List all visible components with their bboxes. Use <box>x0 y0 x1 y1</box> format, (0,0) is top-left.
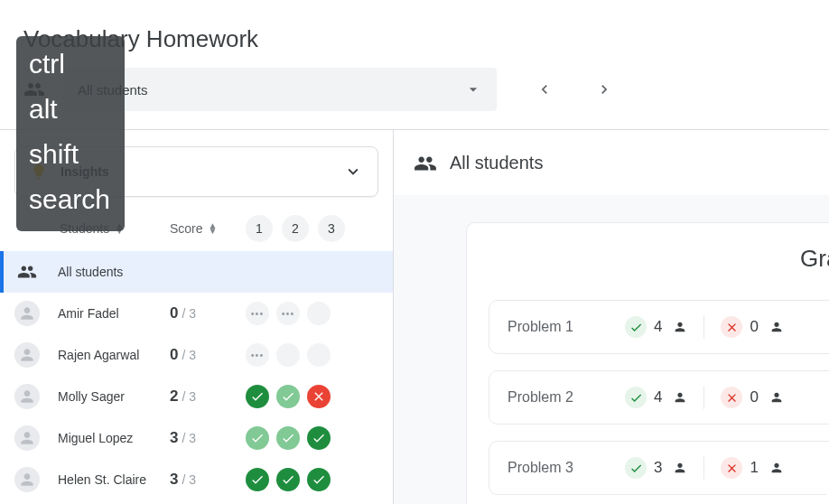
avatar <box>14 342 40 368</box>
cross-icon <box>721 457 742 479</box>
problem-label: Problem 2 <box>508 389 625 406</box>
score-column-header[interactable]: Score ▲▼ <box>170 221 246 236</box>
key-search: search <box>29 177 110 222</box>
score-denominator: / 3 <box>182 431 196 445</box>
right-panel: All students Gram Problem 140Problem 240… <box>394 130 829 504</box>
status-correct-icon <box>246 385 269 408</box>
status-correct-icon <box>307 468 331 491</box>
cross-icon <box>721 316 742 338</box>
score-denominator: / 3 <box>182 306 196 321</box>
score-value: 3 <box>170 429 178 447</box>
summary-card: Gram Problem 140Problem 240Problem 331 <box>466 222 829 504</box>
all-students-row[interactable]: All students <box>0 251 393 293</box>
status-correct-icon <box>276 468 300 491</box>
wrong-count: 0 <box>750 318 758 336</box>
student-filter-dropdown[interactable]: All students <box>63 68 497 111</box>
student-name: Helen St. Claire <box>58 472 170 487</box>
problem-label: Problem 3 <box>508 460 625 476</box>
score-value: 0 <box>170 346 178 364</box>
avatar <box>14 467 40 492</box>
wrong-count: 0 <box>750 388 758 406</box>
status-pending-icon: ••• <box>276 302 300 325</box>
cross-icon <box>721 387 742 408</box>
score-value: 2 <box>170 387 178 406</box>
status-empty-icon <box>276 343 300 367</box>
status-wrong-icon <box>307 385 331 408</box>
keyboard-modifier-overlay: ctrl alt shift search <box>16 36 125 231</box>
status-pending-icon: ••• <box>246 302 269 325</box>
prev-student-button[interactable] <box>528 73 561 106</box>
chevron-down-icon <box>343 162 363 182</box>
wrong-count: 1 <box>750 459 758 477</box>
problem-pill-2[interactable]: 2 <box>282 215 309 242</box>
problem-summary-row[interactable]: Problem 240 <box>489 370 829 425</box>
key-alt: alt <box>29 87 110 132</box>
divider <box>703 386 704 409</box>
student-name: Miguel Lopez <box>58 431 170 445</box>
student-row[interactable]: Helen St. Claire3/ 3 <box>0 459 393 500</box>
score-denominator: / 3 <box>182 348 196 362</box>
student-name: Rajen Agarwal <box>58 348 170 362</box>
student-row[interactable]: Molly Sager2/ 3 <box>0 376 393 417</box>
person-icon <box>673 320 687 334</box>
person-icon <box>673 390 687 405</box>
card-title: Gram <box>489 245 829 273</box>
people-icon <box>14 259 40 285</box>
status-correct-icon <box>276 385 300 408</box>
student-row[interactable]: Rajen Agarwal0/ 3••• <box>0 334 393 376</box>
score-value: 0 <box>170 304 178 322</box>
correct-count: 4 <box>654 388 662 406</box>
right-header-title: All students <box>450 153 543 173</box>
key-ctrl: ctrl <box>29 42 110 87</box>
score-denominator: / 3 <box>182 389 196 404</box>
person-icon <box>673 461 687 475</box>
status-empty-icon <box>307 343 331 367</box>
correct-count: 3 <box>654 459 662 477</box>
problem-pill-1[interactable]: 1 <box>246 215 273 242</box>
people-icon <box>414 152 435 173</box>
problem-label: Problem 1 <box>508 319 625 335</box>
dropdown-caret-icon <box>464 80 482 98</box>
student-row[interactable]: Amir Fadel0/ 3•••••• <box>0 293 393 334</box>
status-correct-icon <box>246 426 269 450</box>
check-icon <box>625 316 647 338</box>
avatar <box>14 384 40 409</box>
status-correct-icon <box>276 426 300 450</box>
problem-pill-3[interactable]: 3 <box>318 215 345 242</box>
status-pending-icon: ••• <box>246 343 269 367</box>
student-name: All students <box>58 265 170 279</box>
avatar <box>14 425 40 451</box>
person-icon <box>769 461 784 475</box>
divider <box>703 456 704 480</box>
person-icon <box>769 320 784 334</box>
person-icon <box>769 390 784 405</box>
divider <box>703 315 704 339</box>
problem-summary-row[interactable]: Problem 140 <box>489 300 829 354</box>
score-value: 3 <box>170 471 178 489</box>
student-name: Molly Sager <box>58 389 170 404</box>
status-correct-icon <box>246 468 269 491</box>
correct-count: 4 <box>654 318 662 336</box>
student-row[interactable]: Miguel Lopez3/ 3 <box>0 417 393 459</box>
next-student-button[interactable] <box>588 73 620 106</box>
check-icon <box>625 457 647 479</box>
problem-summary-row[interactable]: Problem 331 <box>489 441 829 495</box>
score-denominator: / 3 <box>182 472 196 487</box>
sort-icon: ▲▼ <box>209 223 218 234</box>
key-shift: shift <box>29 132 110 177</box>
avatar <box>14 301 40 326</box>
status-empty-icon <box>307 302 331 325</box>
status-correct-icon <box>307 426 331 450</box>
check-icon <box>625 387 647 408</box>
student-name: Amir Fadel <box>58 306 170 321</box>
